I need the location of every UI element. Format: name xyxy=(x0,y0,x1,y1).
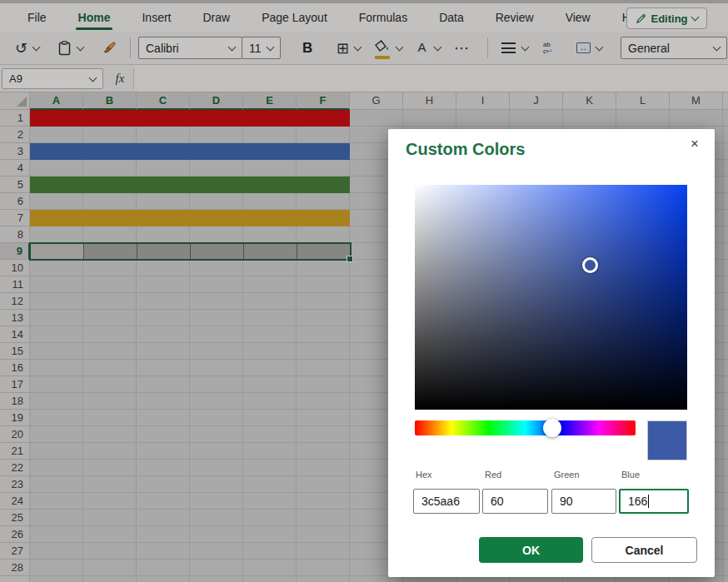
bold-button[interactable]: B xyxy=(302,32,312,64)
chevron-down-icon xyxy=(691,13,699,22)
picker-thumb[interactable] xyxy=(582,257,598,273)
menu-tab-data[interactable]: Data xyxy=(423,3,480,32)
fill-handle[interactable] xyxy=(347,256,353,262)
number-format-combo[interactable]: General xyxy=(621,37,727,59)
row-header-14[interactable]: 14 xyxy=(0,326,30,343)
column-header-M[interactable]: M xyxy=(670,92,723,110)
column-header-D[interactable]: D xyxy=(190,92,243,110)
row-header-9[interactable]: 9 xyxy=(0,243,30,260)
font-color-button[interactable]: A xyxy=(416,32,441,64)
row-header-21[interactable]: 21 xyxy=(0,443,30,460)
menu-tab-draw[interactable]: Draw xyxy=(187,3,246,32)
row-header-26[interactable]: 26 xyxy=(0,526,30,543)
menu-tab-page-layout[interactable]: Page Layout xyxy=(246,3,343,32)
fill-color-button[interactable] xyxy=(375,32,402,64)
menu-tab-home[interactable]: Home xyxy=(62,3,127,32)
row-header-5[interactable]: 5 xyxy=(0,177,30,193)
merge-cells-button[interactable]: ↔ xyxy=(576,32,602,64)
saturation-value-picker[interactable] xyxy=(415,185,687,410)
active-cell xyxy=(31,244,83,259)
font-name-combo[interactable]: Calibri xyxy=(138,37,242,59)
column-header-J[interactable]: J xyxy=(510,92,563,110)
row-header-4[interactable]: 4 xyxy=(0,160,30,177)
ok-button[interactable]: OK xyxy=(479,537,583,563)
font-name-value: Calibri xyxy=(146,42,179,55)
divider xyxy=(487,37,488,58)
column-header-C[interactable]: C xyxy=(137,92,190,110)
row-header-13[interactable]: 13 xyxy=(0,310,30,326)
row-header-7[interactable]: 7 xyxy=(0,210,30,226)
row-header-15[interactable]: 15 xyxy=(0,343,30,360)
menu-tab-file[interactable]: File xyxy=(12,3,62,32)
formula-input[interactable] xyxy=(134,65,728,92)
menu-tabs: FileHomeInsertDrawPage LayoutFormulasDat… xyxy=(12,3,662,32)
menu-bar: FileHomeInsertDrawPage LayoutFormulasDat… xyxy=(0,0,728,32)
row-header-3[interactable]: 3 xyxy=(0,143,30,160)
chevron-down-icon xyxy=(596,42,604,51)
fill-color-swatch xyxy=(375,56,390,59)
hue-slider[interactable] xyxy=(415,420,636,435)
menu-tab-view[interactable]: View xyxy=(550,3,606,32)
green-input[interactable]: 90 xyxy=(551,489,616,514)
row-header-28[interactable]: 28 xyxy=(0,560,30,576)
menu-tab-review[interactable]: Review xyxy=(480,3,550,32)
row-header-2[interactable]: 2 xyxy=(0,127,30,143)
menu-tab-formulas[interactable]: Formulas xyxy=(343,3,423,32)
insert-function-button[interactable]: fx xyxy=(109,68,131,89)
row-header-1[interactable]: 1 xyxy=(0,110,30,127)
editing-button[interactable]: Editing xyxy=(626,7,707,29)
row-header-22[interactable]: 22 xyxy=(0,460,30,476)
row-header-18[interactable]: 18 xyxy=(0,393,30,410)
hex-input[interactable]: 3c5aa6 xyxy=(413,489,480,514)
more-options-button[interactable]: ⋯ xyxy=(454,32,469,64)
column-header-I[interactable]: I xyxy=(456,92,510,110)
column-header-H[interactable]: H xyxy=(403,92,456,110)
row-header-25[interactable]: 25 xyxy=(0,510,30,526)
column-header-E[interactable]: E xyxy=(243,92,297,110)
alignment-button[interactable] xyxy=(501,32,528,64)
row-header-24[interactable]: 24 xyxy=(0,493,30,510)
chevron-down-icon xyxy=(77,42,85,51)
column-header-B[interactable]: B xyxy=(83,92,137,110)
red-input[interactable]: 60 xyxy=(482,489,548,514)
font-size-combo[interactable]: 11 xyxy=(242,37,281,59)
undo-button[interactable]: ↺ xyxy=(15,32,39,64)
row-header-12[interactable]: 12 xyxy=(0,293,30,310)
font-color-icon: A xyxy=(416,40,428,56)
cancel-button[interactable]: Cancel xyxy=(591,537,697,563)
close-icon[interactable]: × xyxy=(685,134,705,154)
row-header-19[interactable]: 19 xyxy=(0,410,30,426)
font-size-value: 11 xyxy=(249,42,262,55)
merge-cells-icon: ↔ xyxy=(576,42,591,53)
format-painter-button[interactable] xyxy=(102,32,117,64)
row-header-17[interactable]: 17 xyxy=(0,376,30,393)
row-header-6[interactable]: 6 xyxy=(0,193,30,210)
column-header-K[interactable]: K xyxy=(563,92,616,110)
select-all-triangle-icon xyxy=(17,97,27,107)
column-header-G[interactable]: G xyxy=(350,92,403,110)
chevron-down-icon xyxy=(713,42,721,51)
clipboard-icon xyxy=(58,41,71,56)
menu-tab-insert[interactable]: Insert xyxy=(126,3,187,32)
column-header-F[interactable]: F xyxy=(297,92,350,110)
column-header-L[interactable]: L xyxy=(616,92,670,110)
wrap-text-button[interactable]: ab c↩ xyxy=(543,32,552,64)
row-header-8[interactable]: 8 xyxy=(0,226,30,243)
row-header-16[interactable]: 16 xyxy=(0,360,30,376)
row-header-20[interactable]: 20 xyxy=(0,426,30,443)
hue-thumb[interactable] xyxy=(543,419,561,437)
select-all-corner[interactable] xyxy=(0,92,30,110)
name-box[interactable]: A9 xyxy=(2,68,103,89)
formula-bar: A9 fx xyxy=(0,65,728,92)
row-header-23[interactable]: 23 xyxy=(0,476,30,493)
text-caret xyxy=(648,495,649,508)
chevron-down-icon xyxy=(396,42,404,51)
paste-button[interactable] xyxy=(58,32,83,64)
row-header-10[interactable]: 10 xyxy=(0,260,30,276)
row-header-11[interactable]: 11 xyxy=(0,276,30,293)
borders-button[interactable]: ⊞ xyxy=(337,32,361,64)
row-fill-3 xyxy=(30,143,350,160)
column-header-A[interactable]: A xyxy=(30,92,83,110)
row-header-27[interactable]: 27 xyxy=(0,543,30,560)
blue-input[interactable]: 166 xyxy=(619,489,689,514)
